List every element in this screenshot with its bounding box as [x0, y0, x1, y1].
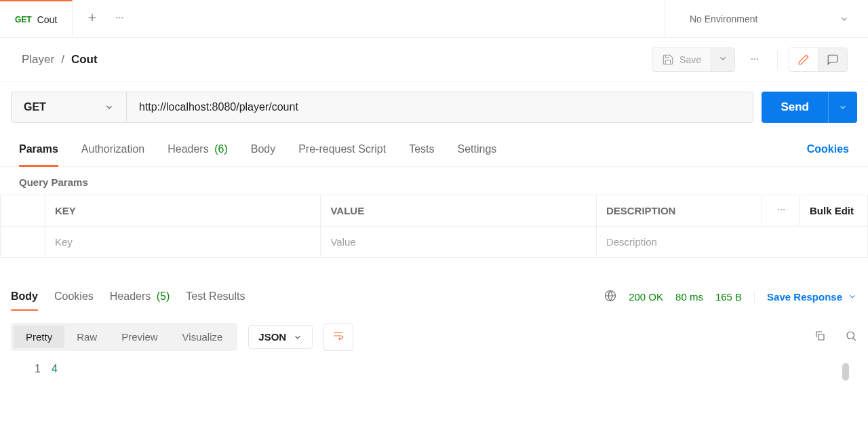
divider: [777, 50, 778, 69]
send-button[interactable]: Send: [762, 92, 828, 123]
view-segment: Pretty Raw Preview Visualize: [11, 323, 237, 351]
send-group: Send: [762, 92, 857, 123]
dots-icon: [776, 205, 786, 214]
request-tabs: Params Authorization Headers (6) Body Pr…: [0, 132, 868, 167]
new-tab-button[interactable]: [86, 12, 98, 26]
svg-point-6: [778, 209, 779, 210]
breadcrumb-row: Player / Cout Save: [0, 38, 868, 82]
wrap-toggle[interactable]: [323, 323, 353, 351]
save-group: Save: [652, 47, 735, 72]
scrollbar[interactable]: [842, 363, 849, 381]
svg-point-0: [116, 17, 117, 18]
request-tab[interactable]: GET Cout: [0, 0, 73, 37]
format-select[interactable]: JSON: [248, 325, 313, 349]
chevron-down-icon: [840, 14, 849, 24]
tab-method-label: GET: [15, 15, 32, 24]
url-input[interactable]: [127, 92, 753, 122]
view-row: Pretty Raw Preview Visualize JSON: [0, 311, 868, 363]
search-button[interactable]: [845, 330, 857, 344]
response-body[interactable]: 1 4: [0, 363, 868, 389]
copy-button[interactable]: [814, 330, 826, 344]
save-response-button[interactable]: Save Response: [754, 291, 857, 303]
svg-rect-10: [818, 334, 824, 340]
tab-body[interactable]: Body: [251, 132, 275, 166]
tab-settings[interactable]: Settings: [457, 132, 496, 166]
view-raw[interactable]: Raw: [64, 326, 109, 348]
tab-bar: GET Cout No Environment: [0, 0, 868, 38]
tab-headers[interactable]: Headers (6): [167, 132, 228, 166]
save-caret-button[interactable]: [711, 48, 734, 71]
col-key: KEY: [45, 195, 321, 227]
tab-tests[interactable]: Tests: [409, 132, 434, 166]
chevron-down-icon: [848, 292, 857, 301]
col-more[interactable]: [762, 195, 800, 227]
save-button[interactable]: Save: [652, 48, 711, 71]
pencil-icon: [797, 54, 810, 66]
response-time: 80 ms: [675, 291, 703, 303]
col-value: VALUE: [321, 195, 596, 227]
more-actions-button[interactable]: [743, 49, 766, 71]
view-visualize[interactable]: Visualize: [170, 326, 235, 348]
format-label: JSON: [258, 331, 286, 343]
dots-icon: [115, 13, 124, 22]
param-value-input[interactable]: [330, 236, 586, 248]
svg-point-4: [754, 58, 755, 60]
send-caret-button[interactable]: [828, 92, 857, 123]
resp-tab-body[interactable]: Body: [11, 282, 38, 311]
url-row: GET Send: [0, 82, 868, 132]
action-pair: [789, 47, 848, 72]
col-checkbox: [1, 195, 45, 227]
breadcrumb-current: Cout: [71, 53, 98, 66]
tab-more-button[interactable]: [115, 13, 124, 24]
response-section: Body Cookies Headers (5) Test Results 20…: [0, 282, 868, 389]
tab-params[interactable]: Params: [19, 132, 58, 166]
tab-prerequest[interactable]: Pre-request Script: [298, 132, 386, 166]
tab-title: Cout: [37, 14, 58, 25]
response-meta: 200 OK 80 ms 165 B Save Response: [604, 290, 857, 304]
network-icon[interactable]: [604, 290, 616, 304]
chevron-down-icon: [718, 54, 728, 63]
svg-point-8: [783, 209, 785, 210]
svg-point-11: [847, 332, 854, 339]
view-pretty[interactable]: Pretty: [14, 326, 64, 348]
breadcrumb-actions: Save: [652, 47, 848, 72]
view-right-actions: [814, 330, 857, 344]
line-number: 1: [31, 363, 52, 375]
search-icon: [845, 330, 857, 342]
method-url-group: GET: [11, 92, 753, 123]
svg-point-2: [121, 17, 123, 18]
tab-authorization[interactable]: Authorization: [81, 132, 144, 166]
environment-selector[interactable]: No Environment: [665, 0, 868, 37]
status-code: 200 OK: [629, 291, 663, 303]
col-bulkedit[interactable]: Bulk Edit: [800, 195, 868, 227]
comment-button[interactable]: [818, 48, 847, 71]
method-label: GET: [24, 101, 46, 113]
body-value: 4: [52, 363, 58, 375]
breadcrumb-separator: /: [61, 53, 64, 66]
param-row[interactable]: [1, 227, 868, 258]
copy-icon: [814, 330, 826, 342]
param-desc-input[interactable]: [606, 236, 858, 248]
resp-headers-count: (5): [157, 290, 170, 302]
save-icon: [662, 54, 674, 66]
resp-tab-testresults[interactable]: Test Results: [186, 282, 245, 311]
resp-tab-cookies[interactable]: Cookies: [54, 282, 94, 311]
environment-label: No Environment: [690, 14, 757, 24]
method-select[interactable]: GET: [12, 92, 127, 122]
resp-tab-headers[interactable]: Headers (5): [110, 282, 170, 311]
wrap-icon: [332, 330, 344, 342]
param-key-input[interactable]: [55, 236, 311, 248]
send-label: Send: [781, 100, 809, 114]
query-params-title: Query Params: [0, 167, 868, 195]
svg-point-7: [781, 209, 782, 210]
dots-icon: [750, 54, 760, 64]
edit-button[interactable]: [789, 48, 818, 71]
save-label: Save: [679, 54, 701, 65]
svg-point-3: [751, 58, 753, 60]
breadcrumb-parent[interactable]: Player: [22, 53, 54, 66]
svg-point-5: [757, 58, 758, 60]
view-preview[interactable]: Preview: [109, 326, 170, 348]
plus-icon: [86, 12, 98, 24]
cookies-link[interactable]: Cookies: [807, 143, 849, 155]
response-tabs: Body Cookies Headers (5) Test Results 20…: [0, 282, 868, 311]
